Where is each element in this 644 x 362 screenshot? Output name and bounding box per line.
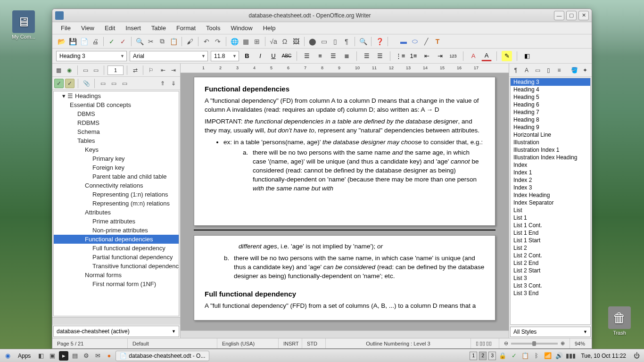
tree-item[interactable]: Transitive functional dependency [54, 262, 179, 271]
print-icon[interactable]: 🖨 [90, 36, 100, 47]
font-size-combo[interactable]: 11.8▼ [211, 51, 239, 61]
indent-button[interactable]: ⇥ [435, 51, 445, 61]
style-item[interactable]: List 1 End [511, 229, 590, 237]
new-style-icon[interactable]: ✦ [580, 66, 590, 75]
show-desktop-icon[interactable]: ◧ [36, 351, 46, 361]
editor-icon[interactable]: ▤ [70, 351, 80, 361]
workspace-2[interactable]: 2 [479, 352, 487, 360]
close-button[interactable]: ✕ [578, 11, 589, 20]
workspace-3[interactable]: 3 [488, 352, 496, 360]
highlight-button[interactable]: A [481, 51, 492, 61]
minimize-button[interactable]: — [554, 11, 564, 20]
tray-update-icon[interactable]: ✓ [509, 351, 519, 361]
tree-item[interactable]: Parent table and child table [54, 172, 179, 181]
align-right-button[interactable]: ☰ [328, 51, 339, 61]
frame-icon[interactable]: ▭ [319, 36, 329, 47]
menu-view[interactable]: View [76, 23, 99, 33]
gallery-icon[interactable]: 🖼 [291, 36, 301, 47]
para-styles-icon[interactable]: ¶ [511, 66, 520, 75]
style-item[interactable]: List 1 [511, 214, 590, 222]
ellipse-icon[interactable]: ⬭ [410, 36, 420, 47]
status-zoom[interactable]: 94% [570, 338, 592, 348]
nav-demote-icon[interactable]: ⇥ [169, 66, 178, 75]
tray-battery-icon[interactable]: ▮▮▮ [566, 351, 575, 361]
frame-styles-icon[interactable]: ▭ [533, 66, 542, 75]
style-item[interactable]: List 2 [511, 244, 590, 252]
menu-window[interactable]: Window [226, 23, 257, 33]
tray-volume-icon[interactable]: 🔊 [554, 351, 564, 361]
zoom-in-icon[interactable]: ⊕ [561, 340, 565, 346]
titlebar[interactable]: database-cheatsheet.odt - OpenOffice.org… [52, 9, 592, 22]
spellcheck-icon[interactable]: ✓ [107, 36, 117, 47]
nav-promote-icon[interactable]: ⇤ [158, 66, 167, 75]
workspace-1[interactable]: 1 [470, 352, 477, 360]
highlighting-button[interactable]: ✎ [502, 51, 512, 61]
status-language[interactable]: English (USA) [217, 338, 279, 348]
tree-item[interactable]: Representing (1:n) relations [54, 190, 179, 199]
tree-item[interactable]: Normal forms [54, 271, 179, 280]
tree-item[interactable]: Schema [54, 127, 179, 136]
nav-reminder-icon[interactable]: ⚐ [147, 66, 156, 75]
outdent-button[interactable]: ⇤ [421, 51, 432, 61]
style-item[interactable]: Heading 4 [511, 86, 590, 93]
style-item[interactable]: Illustration [511, 139, 590, 146]
pdf-icon[interactable]: 📄 [79, 36, 89, 47]
grid-icon[interactable]: ⊞ [252, 36, 262, 47]
nav-anchor2-icon[interactable]: ▭ [120, 79, 129, 88]
paste-icon[interactable]: 📋 [168, 36, 179, 47]
table-icon[interactable]: ▦ [240, 36, 251, 47]
tree-item[interactable]: DBMS [54, 109, 179, 118]
navigator-doc-combo[interactable]: database-cheatsheet (active) ▼ [53, 326, 179, 337]
menu-tools[interactable]: Tools [201, 23, 225, 33]
pilcrow-icon[interactable]: ¶ [341, 36, 352, 47]
page-styles-icon[interactable]: ▯ [544, 66, 553, 75]
document-hscroll[interactable] [181, 330, 509, 338]
help-icon[interactable]: ❓ [374, 36, 385, 47]
style-item[interactable]: Heading 8 [511, 116, 590, 123]
nav-page-spinner[interactable] [107, 66, 124, 75]
style-item[interactable]: Horizontal Line [511, 131, 590, 139]
style-item[interactable]: Index 2 [511, 176, 590, 184]
char-styles-icon[interactable]: A [522, 66, 531, 75]
format-paintbrush-icon[interactable]: 🖌 [185, 36, 195, 47]
style-item[interactable]: Illustration Index Heading [511, 154, 590, 161]
style-item[interactable]: Index Heading [511, 191, 590, 199]
tree-item[interactable]: Primary key [54, 154, 179, 163]
style-item[interactable]: Heading 3 [511, 78, 590, 86]
apps-button[interactable]: Apps [14, 351, 34, 361]
fill-format-icon[interactable]: 🪣 [570, 66, 579, 75]
align-justify-button[interactable]: ≣ [341, 51, 352, 61]
mail-icon[interactable]: ✉ [93, 351, 102, 361]
document-page[interactable]: Functional dependencies A "functional de… [194, 77, 495, 226]
tree-item[interactable]: Non-prime attributes [54, 226, 179, 235]
menu-edit[interactable]: Edit [100, 23, 120, 33]
menu-insert[interactable]: Insert [121, 23, 146, 33]
zoom-icon[interactable]: 🔍 [358, 36, 368, 47]
settings-icon[interactable]: ⚙ [82, 351, 91, 361]
tree-item[interactable]: Functional dependencies [54, 235, 179, 244]
nav-up-icon[interactable]: ⇑ [158, 79, 167, 88]
start-menu-icon[interactable]: ◉ [3, 351, 12, 361]
tray-clipboard-icon[interactable]: 📋 [520, 351, 530, 361]
style-item[interactable]: Heading 7 [511, 108, 590, 116]
style-item[interactable]: List 3 [511, 274, 590, 282]
tree-item[interactable]: Prime attributes [54, 217, 179, 226]
nav-drag-icon[interactable]: ⇄ [131, 66, 140, 75]
single-page-icon[interactable]: ▯ [476, 340, 479, 346]
tree-item[interactable]: Representing (m:n) relations [54, 199, 179, 208]
cut-icon[interactable]: ✂ [146, 36, 156, 47]
document-page[interactable]: different ages, i.e. 'age' is not implie… [194, 235, 495, 321]
tree-item[interactable]: Tables [54, 136, 179, 145]
zoom-slider[interactable]: ⊖ ⊕ [499, 338, 570, 348]
tree-item[interactable]: Partial functional dependency [54, 253, 179, 262]
style-item[interactable]: Index 3 [511, 184, 590, 191]
book-icon[interactable]: ▯▯ [486, 340, 492, 346]
menu-file[interactable]: File [56, 23, 75, 33]
nav-down-icon[interactable]: ⇓ [169, 79, 178, 88]
redo-icon[interactable]: ↷ [213, 36, 223, 47]
zoom-out-icon[interactable]: ⊖ [504, 340, 508, 346]
tree-root-headings[interactable]: ▾ ☰ Headings [54, 91, 179, 100]
font-color-button[interactable]: A [468, 51, 479, 61]
document-scroll[interactable]: Functional dependencies A "functional de… [181, 73, 509, 330]
tree-item[interactable]: Connectivity relations [54, 181, 179, 190]
